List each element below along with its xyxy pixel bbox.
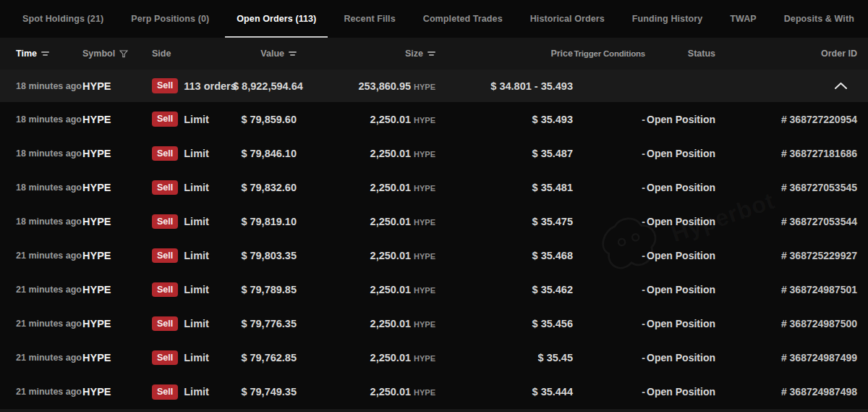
- order-time: 18 minutes ago: [16, 216, 82, 227]
- column-header-time[interactable]: Time: [16, 49, 82, 59]
- order-size-number: 2,250.01: [370, 318, 411, 329]
- order-type-label: Limit: [184, 352, 209, 363]
- order-value: $ 79,846.10: [233, 148, 297, 159]
- sell-badge: Sell: [152, 282, 178, 297]
- order-row: 21 minutes ago HYPE Sell Limit $ 79,776.…: [0, 307, 868, 341]
- column-header-side: Side: [152, 49, 233, 59]
- next-row-edge: [0, 409, 868, 412]
- order-id: # 368724987498: [715, 386, 857, 398]
- order-status: Open Position: [645, 114, 715, 125]
- order-time: 21 minutes ago: [16, 319, 82, 329]
- sell-badge: Sell: [152, 350, 178, 365]
- order-size-number: 2,250.01: [370, 250, 411, 261]
- order-size: 2,250.01HYPE: [297, 114, 435, 125]
- order-side-cell: Sell Limit: [152, 384, 233, 399]
- order-status: Open Position: [645, 216, 715, 227]
- order-symbol: HYPE: [82, 216, 152, 227]
- header-value-label: Value: [260, 49, 284, 59]
- group-time: 18 minutes ago: [16, 81, 82, 91]
- order-size-number: 2,250.01: [370, 148, 411, 159]
- order-size-number: 2,250.01: [370, 114, 411, 125]
- order-group-summary-row: 18 minutes ago HYPE Sell 113 orders $ 8,…: [0, 70, 868, 102]
- tab-historical-orders[interactable]: Historical Orders: [519, 0, 616, 38]
- order-symbol: HYPE: [82, 284, 152, 295]
- order-time: 21 minutes ago: [16, 251, 82, 261]
- order-id: # 368727053545: [715, 182, 857, 193]
- header-side-label: Side: [152, 49, 171, 59]
- order-size-unit: HYPE: [414, 388, 435, 397]
- sell-badge: Sell: [152, 316, 178, 331]
- tab-funding-history[interactable]: Funding History: [621, 0, 714, 38]
- order-row: 18 minutes ago HYPE Sell Limit $ 79,819.…: [0, 204, 868, 238]
- order-trigger-conditions: -: [573, 114, 645, 125]
- sell-badge: Sell: [152, 78, 178, 93]
- order-size-number: 2,250.01: [370, 352, 411, 363]
- tab-twap[interactable]: TWAP: [718, 0, 768, 38]
- tab-perp-positions[interactable]: Perp Positions (0): [119, 0, 221, 38]
- group-symbol: HYPE: [82, 80, 152, 92]
- group-total-value: $ 8,922,594.64: [233, 80, 297, 92]
- sort-icon: [41, 50, 49, 57]
- order-size: 2,250.01HYPE: [297, 250, 435, 261]
- order-price: $ 35.475: [435, 216, 573, 227]
- table-header-row: Time Symbol Side Value Size Price Trigge…: [0, 38, 868, 70]
- order-side-cell: Sell Limit: [152, 146, 233, 161]
- group-expand-cell: [715, 83, 857, 89]
- order-time: 21 minutes ago: [16, 353, 82, 363]
- header-size-label: Size: [405, 49, 423, 59]
- order-status: Open Position: [645, 284, 715, 295]
- group-total-size: 253,860.95HYPE: [297, 80, 435, 92]
- order-price: $ 35.462: [435, 284, 573, 295]
- tab-recent-fills[interactable]: Recent Fills: [332, 0, 407, 38]
- column-header-value[interactable]: Value: [233, 49, 297, 59]
- order-status: Open Position: [645, 352, 715, 363]
- order-value: $ 79,789.85: [233, 284, 297, 295]
- tab-spot-holdings[interactable]: Spot Holdings (21): [11, 0, 115, 38]
- order-size-unit: HYPE: [414, 286, 435, 295]
- tab-deposits-withdrawals[interactable]: Deposits & With: [773, 0, 866, 38]
- order-row: 18 minutes ago HYPE Sell Limit $ 79,832.…: [0, 170, 868, 204]
- table-body: 18 minutes ago HYPE Sell Limit $ 79,859.…: [0, 102, 868, 409]
- order-size-unit: HYPE: [414, 116, 435, 125]
- order-row: 21 minutes ago HYPE Sell Limit $ 79,762.…: [0, 341, 868, 375]
- order-size-unit: HYPE: [414, 354, 435, 363]
- column-header-symbol[interactable]: Symbol: [82, 49, 152, 59]
- order-row: 21 minutes ago HYPE Sell Limit $ 79,803.…: [0, 238, 868, 272]
- order-trigger-conditions: -: [573, 386, 645, 398]
- order-size: 2,250.01HYPE: [297, 216, 435, 227]
- order-row: 18 minutes ago HYPE Sell Limit $ 79,859.…: [0, 102, 868, 136]
- order-type-label: Limit: [184, 182, 209, 193]
- order-size-unit: HYPE: [414, 218, 435, 227]
- order-status: Open Position: [645, 250, 715, 261]
- order-side-cell: Sell Limit: [152, 112, 233, 126]
- order-trigger-conditions: -: [573, 250, 645, 261]
- order-price: $ 35.45: [435, 352, 573, 363]
- column-header-size[interactable]: Size: [297, 49, 435, 59]
- header-status-label: Status: [688, 49, 715, 59]
- tab-open-orders[interactable]: Open Orders (113): [225, 0, 328, 38]
- header-symbol-label: Symbol: [82, 49, 115, 59]
- group-price-range: $ 34.801 - 35.493: [435, 80, 573, 92]
- order-price: $ 35.487: [435, 148, 573, 159]
- order-id: # 368725229927: [715, 250, 857, 261]
- order-size: 2,250.01HYPE: [297, 284, 435, 295]
- order-trigger-conditions: -: [573, 284, 645, 295]
- sell-badge: Sell: [152, 146, 178, 161]
- collapse-chevron-up-icon[interactable]: [835, 83, 847, 89]
- order-size: 2,250.01HYPE: [297, 318, 435, 329]
- tab-completed-trades[interactable]: Completed Trades: [412, 0, 514, 38]
- order-id: # 368727053544: [715, 216, 857, 227]
- order-id: # 368727181686: [715, 148, 857, 159]
- order-type-label: Limit: [184, 114, 209, 125]
- sort-icon: [427, 50, 435, 57]
- order-size-number: 2,250.01: [370, 182, 411, 193]
- order-time: 21 minutes ago: [16, 285, 82, 295]
- order-side-cell: Sell Limit: [152, 248, 233, 263]
- group-side-cell: Sell 113 orders: [152, 78, 233, 93]
- order-row: 21 minutes ago HYPE Sell Limit $ 79,749.…: [0, 375, 868, 409]
- order-value: $ 79,749.35: [233, 386, 297, 398]
- order-symbol: HYPE: [82, 250, 152, 261]
- sell-badge: Sell: [152, 248, 178, 263]
- order-size: 2,250.01HYPE: [297, 182, 435, 193]
- order-symbol: HYPE: [82, 386, 152, 398]
